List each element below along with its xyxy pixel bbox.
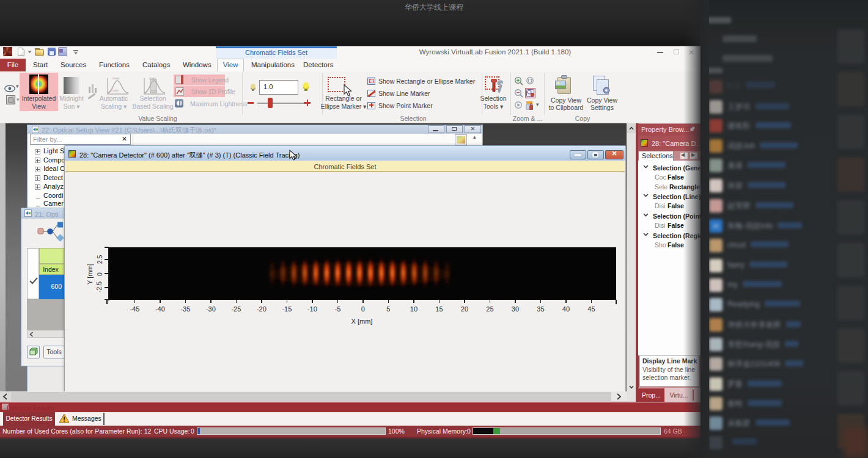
svg-text:max: max (112, 76, 119, 80)
svg-text:min: min (151, 89, 157, 92)
svg-text:max: max (149, 76, 156, 80)
svg-text:min: min (112, 89, 119, 92)
